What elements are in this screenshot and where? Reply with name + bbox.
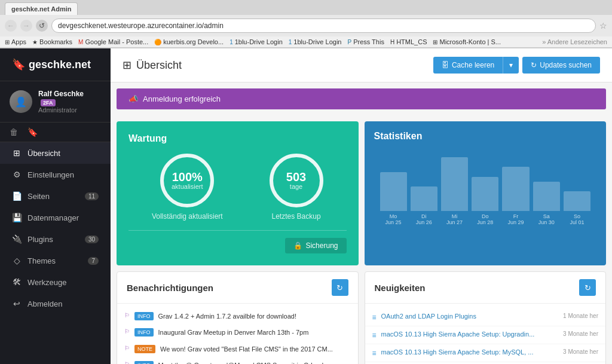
sidebar-item-plugins[interactable]: 🔌 Plugins 30 <box>0 228 111 250</box>
nav-label: Seiten <box>27 192 50 201</box>
more-bookmarks[interactable]: » Andere Lesezeichen <box>542 38 607 45</box>
bookmark-press[interactable]: P Press This <box>347 38 384 45</box>
bookmark-htmlcs[interactable]: H HTML_CS <box>390 38 427 45</box>
trash-icon[interactable]: 🗑 <box>10 127 18 137</box>
wartung-circles: 100% aktualisiert Vollständig aktualisie… <box>128 154 347 221</box>
sidebar-item-werkzeuge[interactable]: 🛠 Werkzeuge <box>0 271 111 293</box>
neuigkeiten-refresh-button[interactable]: ↻ <box>579 279 596 296</box>
reload-button[interactable]: ↺ <box>36 20 48 32</box>
forward-button[interactable]: → <box>20 20 32 32</box>
chart-label: Mo Jun 25 <box>380 213 407 225</box>
main-content: ⊞ Übersicht 🗄 Cache leeren ▾ ↻ Updates s… <box>111 48 612 364</box>
news-title: macOS 10.13 High Sierra Apache Setup: My… <box>381 348 559 356</box>
active-tab[interactable]: geschke.net Admin <box>5 2 78 15</box>
1blu-icon-1: 1 <box>230 39 233 45</box>
back-button[interactable]: ← <box>5 20 17 32</box>
sidebar-logo: 🔖 geschke.net <box>0 48 111 81</box>
bookmark-1blu-1[interactable]: 1 1blu-Drive Login <box>230 38 283 45</box>
sidebar-item-seiten[interactable]: 📄 Seiten 11 <box>0 185 111 207</box>
chart-label: So Jul 01 <box>564 213 590 225</box>
alert-icon: 📣 <box>128 94 138 103</box>
bookmark-apps[interactable]: ⊞ Apps <box>5 38 26 45</box>
statistiken-card: Statistiken Mo Jun 25Di Jun 26Mi Jun 27D… <box>365 121 607 265</box>
chart-bar <box>380 172 407 211</box>
bookmark-label: 1blu-Drive Login <box>235 38 283 45</box>
bookmark-label: 1blu-Drive Login <box>293 38 341 45</box>
aktualisiert-desc: Vollständig aktualisiert <box>152 212 223 221</box>
neuigkeiten-list: ≡ OAuth2 and LDAP Login Plugins 1 Monate… <box>365 304 606 364</box>
news-item[interactable]: ≡ OAuth2 and LDAP Login Plugins 1 Monate… <box>365 308 606 326</box>
notification-item[interactable]: ⚐ INFO Grav 1.4.2 + Admin 1.7.2 availble… <box>117 308 358 325</box>
1blu-icon-2: 1 <box>289 39 292 45</box>
sidebar-item-einstellungen[interactable]: ⚙ Einstellungen <box>0 164 111 185</box>
cache-leeren-button[interactable]: 🗄 Cache leeren <box>433 57 503 74</box>
nav-label: Themes <box>27 256 56 265</box>
page-title-text: Übersicht <box>136 59 182 72</box>
chart-bar <box>441 157 468 211</box>
address-bar[interactable]: devgeschkenet.westeurope.azurecontainer.… <box>51 19 596 33</box>
bookmark-kuerbis[interactable]: 🟠 kuerbis.org Develo... <box>154 38 224 45</box>
sidebar-item-themes[interactable]: ◇ Themes 7 <box>0 250 111 271</box>
cache-dropdown-button[interactable]: ▾ <box>503 57 519 74</box>
news-time: 3 Monate her <box>563 348 598 355</box>
benachrichtigungen-list: ⚐ INFO Grav 1.4.2 + Admin 1.7.2 availble… <box>117 304 358 364</box>
cache-btn-group: 🗄 Cache leeren ▾ <box>433 57 519 74</box>
bookmark-microsoft[interactable]: ⊞ Microsoft-Konto | S... <box>433 38 501 45</box>
user-name: Ralf Geschke 2FA <box>38 90 101 106</box>
chart-area: Mo Jun 25Di Jun 26Mi Jun 27Do Jun 28Fr J… <box>374 151 597 235</box>
sidebar-item-ubersicht[interactable]: ⊞ Übersicht <box>0 142 111 164</box>
notification-item[interactable]: ⚐ INFO Inaugural Grav Meetup in Denver M… <box>117 325 358 341</box>
info-icon: ⚐ <box>124 312 130 319</box>
bookmark-star[interactable]: ☆ <box>599 21 607 30</box>
settings-icon: ⚙ <box>12 170 22 179</box>
nav-label: Einstellungen <box>27 170 74 179</box>
news-time: 3 Monate her <box>563 331 598 337</box>
chart-bars <box>374 151 597 211</box>
bookmarks-bar: ⊞ Apps ★ Bookmarks M Google Mail - Poste… <box>0 36 612 48</box>
bookmark-bookmarks[interactable]: ★ Bookmarks <box>32 38 72 45</box>
plugins-badge: 30 <box>85 235 99 243</box>
benachrichtigungen-header: Benachrichtigungen ↻ <box>117 272 358 304</box>
backup-widget: 503 tage Letztes Backup <box>270 154 323 221</box>
bookmark-label: kuerbis.org Develo... <box>163 38 224 45</box>
wartung-card: Wartung 100% aktualisiert Vollständig ak… <box>117 121 359 265</box>
notif-text: Meet the @ Grav team '@Merge' CMS Summit… <box>158 361 333 364</box>
dashboard-grid: Wartung 100% aktualisiert Vollständig ak… <box>111 115 612 271</box>
bookmark-label: Google Mail - Poste... <box>85 38 148 45</box>
alert-text: Anmeldung erfolgreich <box>143 94 221 103</box>
neuigkeiten-header: Neuigkeiten ↻ <box>365 272 606 304</box>
bookmark-icon[interactable]: 🔖 <box>27 127 38 137</box>
info-icon: ⚐ <box>124 328 130 335</box>
news-item[interactable]: ≡ macOS 10.13 High Sierra Apache Setup: … <box>365 326 606 344</box>
bookmark-label: Press This <box>353 38 384 45</box>
sicherung-button[interactable]: 🔒 Sicherung <box>285 238 346 253</box>
updates-suchen-button[interactable]: ↻ Updates suchen <box>522 57 600 74</box>
sidebar: 🔖 geschke.net 👤 Ralf Geschke 2FA Adminis… <box>0 48 111 364</box>
chart-bar <box>411 186 437 211</box>
info-icon: ⚐ <box>124 361 130 364</box>
sidebar-item-datenmanager[interactable]: 💾 Datenmanager <box>0 207 111 228</box>
notif-badge: NOTE <box>134 345 155 353</box>
notification-item[interactable]: ⚐ NOTE We won! Grav voted "Best Flat Fil… <box>117 341 358 357</box>
nav-label: Abmelden <box>27 299 63 308</box>
news-item[interactable]: ≡ macOS 10.13 High Sierra Apache Setup: … <box>365 344 606 362</box>
sidebar-nav: ⊞ Übersicht ⚙ Einstellungen 📄 Seiten 11 … <box>0 142 111 364</box>
sidebar-item-abmelden[interactable]: ↩ Abmelden <box>0 293 111 314</box>
benachrichtigungen-title: Benachrichtigungen <box>127 283 213 293</box>
avatar-image: 👤 <box>10 90 32 113</box>
user-info: Ralf Geschke 2FA Administrator <box>38 90 101 114</box>
backup-desc: Letztes Backup <box>272 212 321 221</box>
notification-item[interactable]: ⚐ INFO Meet the @ Grav team '@Merge' CMS… <box>117 357 358 364</box>
notif-badge: INFO <box>134 328 154 337</box>
benachrichtigungen-refresh-button[interactable]: ↻ <box>332 279 348 296</box>
aktualisiert-ring: 100% aktualisiert <box>160 154 214 207</box>
data-icon: 💾 <box>12 213 22 222</box>
plugin-icon: 🔌 <box>12 234 22 244</box>
press-icon: P <box>347 39 351 45</box>
news-time: 1 Monate her <box>563 313 598 319</box>
bookmark-gmail[interactable]: M Google Mail - Poste... <box>78 38 148 45</box>
chart-label: Sa Jun 30 <box>533 213 560 225</box>
bookmark-1blu-2[interactable]: 1 1blu-Drive Login <box>289 38 342 45</box>
bookmark-label: Apps <box>11 38 26 45</box>
notif-text: We won! Grav voted "Best Flat File CMS" … <box>160 345 333 354</box>
